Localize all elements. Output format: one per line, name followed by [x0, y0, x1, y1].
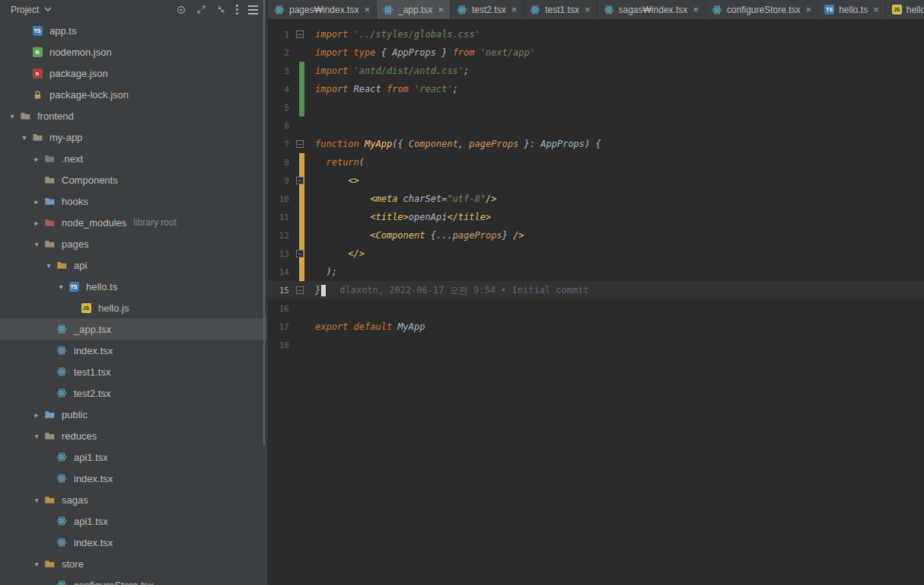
- line-number[interactable]: 8: [268, 158, 294, 168]
- code-line-4[interactable]: 4import React from 'react';: [268, 80, 924, 98]
- line-number[interactable]: 14: [268, 267, 294, 277]
- line-number[interactable]: 10: [268, 194, 294, 204]
- tree-item-node-modules[interactable]: ▸node_moduleslibrary root: [0, 212, 267, 233]
- code-text[interactable]: <meta charSet="utf-8"/>: [309, 193, 496, 204]
- tree-item-nodemon-json[interactable]: Nnodemon.json: [0, 41, 267, 62]
- line-number[interactable]: 9: [268, 176, 294, 186]
- tree-item-store[interactable]: ▾store: [0, 553, 267, 574]
- code-line-13[interactable]: 13− </>: [268, 245, 924, 263]
- tree-item-test2-tsx[interactable]: test2.tsx: [0, 382, 267, 404]
- code-line-10[interactable]: 10 <meta charSet="utf-8"/>: [268, 190, 924, 208]
- tree-item-index-tsx[interactable]: index.tsx: [0, 340, 267, 361]
- chevron-down-icon[interactable]: ▾: [30, 432, 43, 440]
- chevron-down-icon[interactable]: ▾: [30, 240, 43, 248]
- tab-sagas-index-tsx[interactable]: sagas₩index.tsx×: [597, 0, 706, 19]
- expand-all-icon[interactable]: [196, 5, 206, 14]
- fold-icon[interactable]: −: [296, 177, 304, 184]
- tab-app-tsx[interactable]: _app.tsx×: [377, 0, 451, 19]
- chevron-down-icon[interactable]: ▾: [30, 560, 43, 568]
- code-text[interactable]: import type { AppProps } from 'next/app': [309, 47, 535, 58]
- tree-item-my-app[interactable]: ▾my-app: [0, 126, 267, 148]
- tree-item-public[interactable]: ▸public: [0, 404, 267, 425]
- code-line-8[interactable]: 8 return(: [268, 153, 924, 171]
- line-number[interactable]: 17: [268, 322, 294, 332]
- kebab-menu-icon[interactable]: [236, 5, 238, 14]
- line-number[interactable]: 11: [268, 213, 294, 222]
- line-number[interactable]: 13: [268, 249, 294, 259]
- code-text[interactable]: );: [309, 267, 337, 277]
- code-line-5[interactable]: 5: [268, 98, 924, 117]
- code-text[interactable]: <title>openApi</title>: [309, 212, 491, 222]
- tree-item-api1-tsx[interactable]: api1.tsx: [0, 510, 267, 532]
- line-number[interactable]: 12: [268, 231, 294, 241]
- code-text[interactable]: import React from 'react';: [309, 84, 458, 94]
- fold-icon[interactable]: −: [296, 140, 304, 148]
- tree-item-package-lock-json[interactable]: package-lock.json: [0, 84, 267, 105]
- code-line-6[interactable]: 6: [268, 117, 924, 135]
- tree-item-api1-tsx[interactable]: api1.tsx: [0, 446, 267, 468]
- fold-icon[interactable]: −: [296, 30, 304, 38]
- close-icon[interactable]: ×: [438, 5, 444, 14]
- code-text[interactable]: export default MyApp: [309, 321, 425, 332]
- panel-scrollbar[interactable]: [263, 0, 265, 446]
- tab-configurestore-tsx[interactable]: configureStore.tsx×: [706, 0, 818, 19]
- tab-pages-index-tsx[interactable]: pages₩index.tsx×: [268, 0, 377, 19]
- code-line-12[interactable]: 12 <Component {...pageProps} />: [268, 226, 924, 245]
- line-number[interactable]: 2: [268, 48, 294, 58]
- tree-item-test1-tsx[interactable]: test1.tsx: [0, 361, 267, 382]
- code-line-2[interactable]: 2import type { AppProps } from 'next/app…: [268, 43, 924, 62]
- chevron-down-icon[interactable]: ▾: [18, 133, 30, 142]
- line-number[interactable]: 15: [268, 286, 294, 296]
- collapse-all-icon[interactable]: [216, 5, 226, 14]
- close-icon[interactable]: ×: [364, 5, 370, 14]
- code-line-14[interactable]: 14 );: [268, 263, 924, 281]
- code-text[interactable]: import '../styles/globals.css': [309, 29, 480, 40]
- tree-item-api[interactable]: ▾api: [0, 254, 267, 276]
- line-number[interactable]: 7: [268, 139, 294, 149]
- code-line-1[interactable]: 1−import '../styles/globals.css': [268, 25, 924, 43]
- locate-icon[interactable]: [176, 5, 186, 15]
- tree-item-sagas[interactable]: ▾sagas: [0, 489, 267, 510]
- line-number[interactable]: 5: [268, 103, 294, 113]
- tree-item-hello-ts[interactable]: ▾TShello.ts: [0, 276, 267, 297]
- tree-item-next[interactable]: ▸.next: [0, 148, 267, 169]
- code-line-3[interactable]: 3import 'antd/dist/antd.css';: [268, 62, 924, 80]
- chevron-down-icon[interactable]: ▾: [30, 496, 43, 504]
- tree-item-hello-js[interactable]: JShello.js: [0, 297, 267, 318]
- tab-hello-js[interactable]: JShello.js: [886, 0, 924, 19]
- fold-icon[interactable]: −: [296, 286, 304, 294]
- code-line-18[interactable]: 18: [268, 336, 924, 354]
- code-text[interactable]: }dlaxotn, 2022-06-17 오전 9:54 • Initial c…: [309, 284, 589, 297]
- tree-item-pages[interactable]: ▾pages: [0, 233, 267, 254]
- tree-item-components[interactable]: Components: [0, 169, 267, 190]
- tab-hello-ts[interactable]: TShello.ts×: [818, 0, 886, 19]
- code-text[interactable]: <Component {...pageProps} />: [309, 230, 524, 241]
- tree-item-configurestore-tsx[interactable]: configureStore.tsx: [0, 574, 267, 585]
- project-view-selector[interactable]: Project: [11, 5, 52, 15]
- tree-item-reduces[interactable]: ▾reduces: [0, 425, 267, 446]
- chevron-right-icon[interactable]: ▸: [30, 197, 43, 206]
- close-icon[interactable]: ×: [873, 5, 879, 14]
- fold-icon[interactable]: −: [296, 250, 304, 257]
- line-number[interactable]: 18: [268, 340, 294, 350]
- tree-item-hooks[interactable]: ▸hooks: [0, 190, 267, 212]
- close-icon[interactable]: ×: [511, 5, 518, 14]
- close-icon[interactable]: ×: [693, 5, 699, 14]
- chevron-right-icon[interactable]: ▸: [30, 411, 43, 419]
- chevron-down-icon[interactable]: ▾: [55, 283, 67, 291]
- tree-item-index-tsx[interactable]: index.tsx: [0, 532, 267, 553]
- tab-test2-tsx[interactable]: test2.tsx×: [451, 0, 524, 19]
- line-number[interactable]: 1: [268, 30, 294, 40]
- code-text[interactable]: return(: [309, 157, 365, 168]
- code-line-7[interactable]: 7−function MyApp({ Component, pageProps …: [268, 135, 924, 153]
- code-line-9[interactable]: 9− <>: [268, 171, 924, 190]
- code-line-15[interactable]: 15−}dlaxotn, 2022-06-17 오전 9:54 • Initia…: [268, 281, 924, 299]
- chevron-right-icon[interactable]: ▸: [30, 219, 43, 227]
- code-text[interactable]: function MyApp({ Component, pageProps }:…: [309, 139, 601, 149]
- tree-item-index-tsx[interactable]: index.tsx: [0, 468, 267, 489]
- chevron-right-icon[interactable]: ▸: [30, 155, 43, 163]
- tree-item-app-ts[interactable]: TSapp.ts: [0, 20, 267, 41]
- line-number[interactable]: 6: [268, 121, 294, 131]
- tree-item-frontend[interactable]: ▾frontend: [0, 105, 267, 126]
- code-line-16[interactable]: 16: [268, 299, 924, 318]
